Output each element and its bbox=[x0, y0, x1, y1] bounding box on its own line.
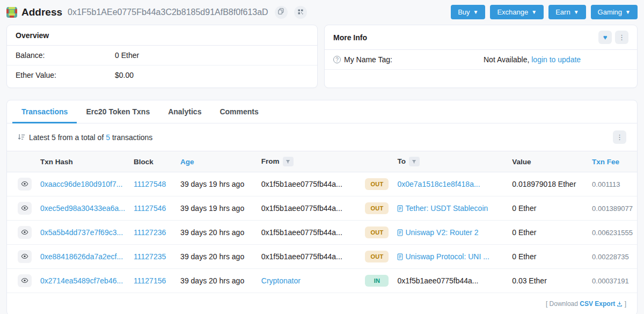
tab-transactions[interactable]: Transactions bbox=[12, 100, 77, 123]
column-value: Value bbox=[508, 151, 588, 172]
from-address: 0x1f5b1aee0775fb44a... bbox=[261, 204, 342, 213]
to-address: 0x1f5b1aee0775fb44a... bbox=[397, 276, 478, 285]
direction-badge: OUT bbox=[365, 251, 389, 262]
overview-title: Overview bbox=[16, 31, 49, 40]
eye-icon bbox=[21, 277, 28, 285]
balance-label: Balance: bbox=[16, 51, 115, 60]
column-age[interactable]: Age bbox=[176, 151, 257, 172]
txn-age: 39 days 20 hrs ago bbox=[176, 269, 257, 293]
name-tag-row: ? My Name Tag: Not Available, login to u… bbox=[325, 50, 637, 70]
gaming-button[interactable]: Gaming▼ bbox=[591, 5, 638, 19]
preview-txn-button[interactable] bbox=[18, 226, 32, 239]
address-identicon bbox=[6, 7, 17, 18]
ether-value: $0.00 bbox=[115, 71, 134, 79]
table-header-row: Txn Hash Block Age From To Value Txn Fee bbox=[7, 151, 637, 172]
column-block: Block bbox=[129, 151, 176, 172]
login-to-update-link[interactable]: login to update bbox=[531, 55, 581, 64]
buy-button[interactable]: Buy▼ bbox=[451, 5, 485, 19]
to-address[interactable]: 0x0e7a1518c1e8f418a... bbox=[397, 180, 480, 188]
chevron-down-icon: ▼ bbox=[625, 10, 631, 15]
block-link[interactable]: 11127156 bbox=[134, 276, 166, 285]
filter-icon bbox=[412, 158, 416, 166]
table-row: 0xec5ed98a30433ea6a... 11127546 39 days … bbox=[7, 196, 637, 221]
ether-value-label: Ether Value: bbox=[16, 71, 115, 79]
block-link[interactable]: 11127236 bbox=[134, 228, 166, 237]
kebab-menu-icon: ⋮ bbox=[616, 133, 623, 141]
filter-icon bbox=[286, 158, 290, 166]
column-from: From bbox=[257, 151, 361, 172]
txn-hash-link[interactable]: 0x5a5b4dd737e7f69c3... bbox=[40, 228, 123, 237]
copy-icon bbox=[278, 8, 284, 16]
earn-button[interactable]: Earn▼ bbox=[548, 5, 586, 19]
preview-txn-button[interactable] bbox=[18, 274, 32, 287]
to-address[interactable]: Uniswap V2: Router 2 bbox=[405, 228, 478, 237]
copy-address-button[interactable] bbox=[275, 6, 288, 19]
to-address[interactable]: Uniswap Protocol: UNI ... bbox=[405, 252, 489, 261]
more-info-title: More Info bbox=[333, 33, 367, 42]
txn-age: 39 days 19 hrs ago bbox=[176, 172, 257, 196]
txn-hash-link[interactable]: 0xe88418626da7a2ecf... bbox=[40, 252, 123, 261]
from-filter-button[interactable] bbox=[283, 157, 294, 166]
eye-icon bbox=[21, 205, 28, 213]
contract-icon bbox=[397, 253, 403, 260]
table-row: 0xaacc96de180d910f7... 11127548 39 days … bbox=[7, 172, 637, 196]
preview-txn-button[interactable] bbox=[18, 250, 32, 263]
transactions-card: Transactions Erc20 Token Txns Analytics … bbox=[6, 100, 638, 314]
txn-hash-link[interactable]: 0xec5ed98a30433ea6a... bbox=[40, 204, 125, 213]
to-address[interactable]: Tether: USDT Stablecoin bbox=[405, 204, 488, 213]
eye-icon bbox=[21, 253, 28, 261]
txn-value: 0 Ether bbox=[508, 196, 588, 221]
page-header: Address 0x1F5b1AEe0775Fb44a3C2b8185d91Af… bbox=[6, 0, 638, 25]
txn-age: 39 days 20 hrs ago bbox=[176, 245, 257, 269]
exchange-button[interactable]: Exchange▼ bbox=[490, 5, 544, 19]
help-icon[interactable]: ? bbox=[333, 56, 341, 63]
block-link[interactable]: 11127546 bbox=[134, 204, 166, 213]
direction-badge: IN bbox=[365, 275, 389, 287]
preview-txn-button[interactable] bbox=[18, 202, 32, 215]
favorite-button[interactable]: ♥ bbox=[598, 31, 612, 44]
txn-hash-link[interactable]: 0x2714ea5489cf7eb46... bbox=[40, 276, 123, 285]
eye-icon bbox=[21, 180, 28, 188]
contract-icon bbox=[397, 229, 403, 236]
table-row: 0x5a5b4dd737e7f69c3... 11127236 39 days … bbox=[7, 221, 637, 245]
tab-bar: Transactions Erc20 Token Txns Analytics … bbox=[7, 100, 637, 123]
tab-erc20-token-txns[interactable]: Erc20 Token Txns bbox=[77, 100, 159, 123]
balance-value: 0 Ether bbox=[115, 51, 139, 60]
from-address: 0x1f5b1aee0775fb44a... bbox=[261, 252, 342, 261]
txn-value: 0.018979018 Ether bbox=[508, 172, 588, 196]
name-tag-label: ? My Name Tag: bbox=[333, 55, 484, 64]
name-tag-value: Not Available, bbox=[484, 55, 529, 64]
table-row: 0x2714ea5489cf7eb46... 11127156 39 days … bbox=[7, 269, 637, 293]
txn-fee: 0.00037191 bbox=[592, 277, 629, 285]
transaction-count-link[interactable]: 5 bbox=[106, 133, 110, 142]
download-icon[interactable] bbox=[617, 301, 623, 307]
tab-comments[interactable]: Comments bbox=[210, 100, 267, 123]
csv-export-footer: [ Download CSV Export ] bbox=[7, 293, 637, 314]
heart-icon: ♥ bbox=[603, 34, 608, 41]
txn-value: 0.03 Ether bbox=[508, 269, 588, 293]
txn-value: 0 Ether bbox=[508, 245, 588, 269]
table-options-button[interactable]: ⋮ bbox=[613, 130, 626, 144]
more-info-card: More Info ♥ ⋮ ? My Name Tag: Not Availab… bbox=[324, 25, 638, 88]
qr-code-button[interactable] bbox=[294, 6, 307, 19]
chevron-down-icon: ▼ bbox=[473, 10, 479, 15]
txn-hash-link[interactable]: 0xaacc96de180d910f7... bbox=[40, 180, 122, 188]
page-title: Address bbox=[21, 6, 62, 18]
from-address[interactable]: Cryptonator bbox=[261, 276, 301, 285]
tab-analytics[interactable]: Analytics bbox=[159, 100, 210, 123]
more-info-menu-button[interactable]: ⋮ bbox=[615, 31, 628, 44]
transactions-table: Txn Hash Block Age From To Value Txn Fee bbox=[7, 151, 637, 293]
txn-fee: 0.001113 bbox=[592, 180, 620, 188]
txn-fee: 0.00228735 bbox=[592, 253, 629, 261]
txn-age: 39 days 20 hrs ago bbox=[176, 221, 257, 245]
block-link[interactable]: 11127235 bbox=[134, 252, 166, 261]
preview-txn-button[interactable] bbox=[18, 178, 32, 191]
txn-fee: 0.001389077 bbox=[592, 205, 633, 213]
direction-badge: OUT bbox=[365, 227, 389, 238]
csv-export-link[interactable]: CSV Export bbox=[580, 300, 615, 308]
to-filter-button[interactable] bbox=[409, 157, 420, 166]
chevron-down-icon: ▼ bbox=[531, 10, 537, 15]
header-nav-buttons: Buy▼ Exchange▼ Earn▼ Gaming▼ bbox=[451, 5, 638, 19]
block-link[interactable]: 11127548 bbox=[134, 180, 166, 188]
column-txn-fee[interactable]: Txn Fee bbox=[588, 151, 637, 172]
